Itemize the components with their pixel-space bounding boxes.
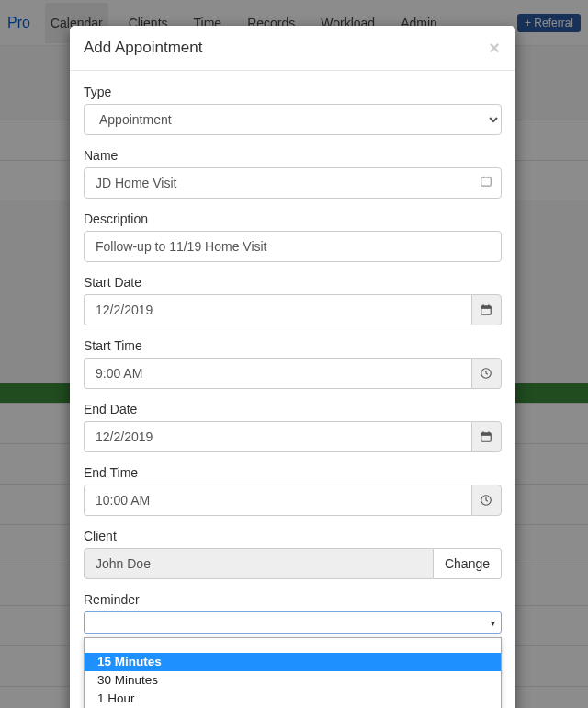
modal-title: Add Appointment bbox=[84, 39, 202, 57]
calendar-icon[interactable] bbox=[471, 421, 502, 452]
end-date-label: End Date bbox=[84, 402, 502, 417]
add-appointment-modal: Add Appointment × Type Appointment Name … bbox=[70, 26, 515, 708]
svg-rect-9 bbox=[481, 433, 492, 436]
name-input[interactable] bbox=[84, 167, 502, 199]
reminder-option[interactable]: 30 Minutes bbox=[85, 671, 501, 690]
modal-body: Type Appointment Name Description Start … bbox=[70, 71, 515, 708]
calendar-icon[interactable] bbox=[471, 294, 502, 325]
reminder-option-blank[interactable] bbox=[85, 639, 501, 653]
change-client-button[interactable]: Change bbox=[434, 548, 502, 579]
start-time-label: Start Time bbox=[84, 338, 502, 353]
reminder-option[interactable]: 1 Hour bbox=[85, 690, 501, 708]
client-label: Client bbox=[84, 529, 502, 543]
start-date-input[interactable] bbox=[84, 294, 471, 325]
reminder-dropdown-list: 15 Minutes 30 Minutes 1 Hour 2 Hours 4 H… bbox=[84, 637, 502, 708]
svg-rect-0 bbox=[481, 177, 492, 186]
description-label: Description bbox=[84, 211, 502, 226]
clock-icon[interactable] bbox=[471, 485, 502, 516]
client-input bbox=[84, 548, 434, 579]
description-input[interactable] bbox=[84, 231, 502, 262]
modal-header: Add Appointment × bbox=[70, 26, 515, 71]
end-time-label: End Time bbox=[84, 465, 502, 480]
start-date-label: Start Date bbox=[84, 275, 502, 290]
name-label: Name bbox=[84, 148, 502, 163]
end-time-input[interactable] bbox=[84, 485, 471, 516]
svg-rect-4 bbox=[481, 306, 492, 309]
start-time-input[interactable] bbox=[84, 358, 471, 389]
clock-icon[interactable] bbox=[471, 358, 502, 389]
contact-card-icon bbox=[480, 176, 492, 191]
end-date-input[interactable] bbox=[84, 421, 471, 452]
reminder-option[interactable]: 15 Minutes bbox=[85, 653, 501, 671]
reminder-select[interactable] bbox=[84, 611, 502, 634]
type-label: Type bbox=[84, 85, 502, 99]
close-icon[interactable]: × bbox=[487, 39, 502, 57]
type-select[interactable]: Appointment bbox=[84, 104, 502, 135]
reminder-label: Reminder bbox=[84, 592, 502, 607]
